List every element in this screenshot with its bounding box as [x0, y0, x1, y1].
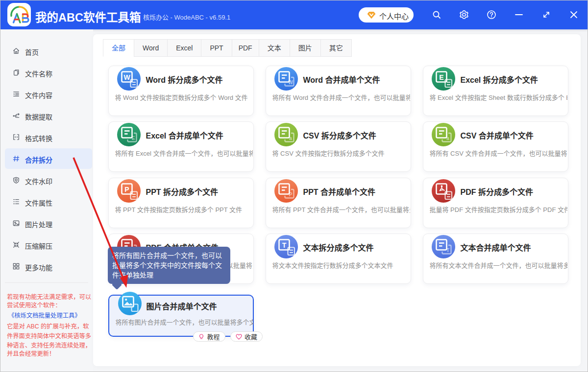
svg-text:T: T	[282, 241, 286, 249]
svg-text:P: P	[124, 185, 129, 193]
svg-text:W: W	[123, 73, 130, 81]
svg-text:E: E	[439, 73, 443, 81]
